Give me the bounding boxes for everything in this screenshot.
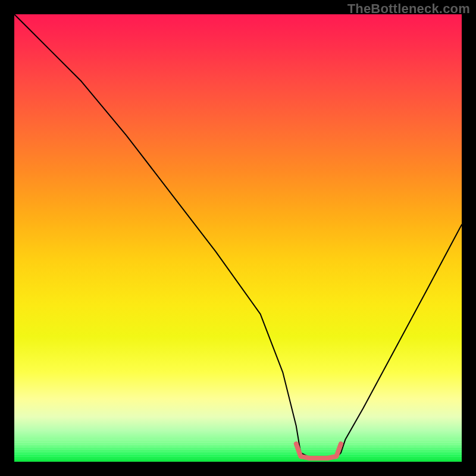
optimal-band-marker-path [296,444,341,458]
frame-bottom [0,462,476,476]
chart-svg [14,14,462,462]
watermark-text: TheBottleneck.com [347,1,470,17]
series-group [14,14,462,458]
plot-area [14,14,462,462]
frame-left [0,0,14,476]
bottleneck-curve-path [14,14,462,457]
chart-stage: TheBottleneck.com [0,0,476,476]
frame-right [462,0,476,476]
